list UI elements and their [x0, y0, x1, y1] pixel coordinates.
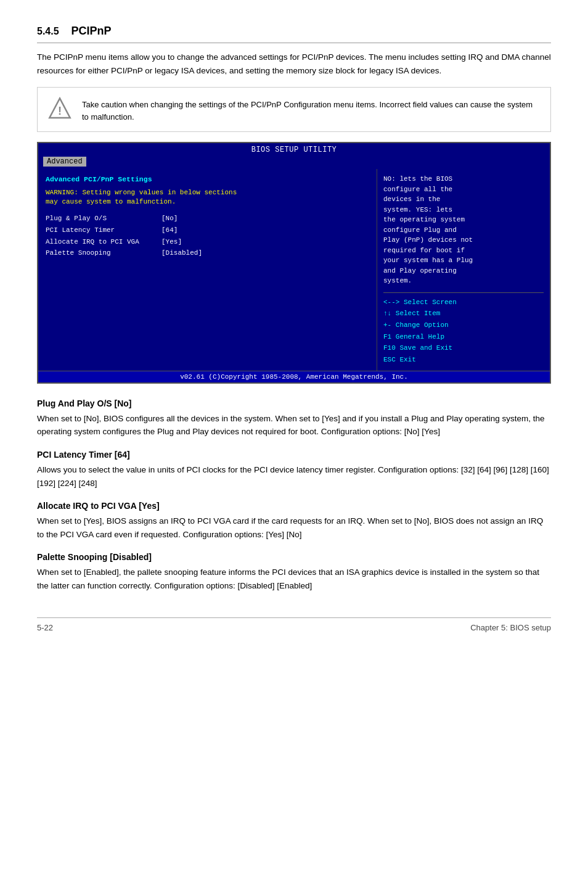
subsection-title-0: Plug And Play O/S [No]: [37, 398, 551, 408]
subsection-title-3: Palette Snooping [Disabled]: [37, 552, 551, 562]
caution-box: ! Take caution when changing the setting…: [37, 87, 551, 132]
bios-setting-value-3: [Disabled]: [161, 247, 202, 259]
bios-setting-value-2: [Yes]: [161, 236, 182, 248]
bios-setting-row-0: Plug & Play O/S [No]: [46, 213, 369, 225]
footer-right: Chapter 5: BIOS setup: [470, 623, 551, 632]
subsection-1: PCI Latency Timer [64] Allows you to sel…: [37, 450, 551, 490]
subsection-text-2: When set to [Yes], BIOS assigns an IRQ t…: [37, 514, 551, 541]
bios-help-text: NO: lets the BIOS configure all the devi…: [383, 174, 544, 286]
bios-setting-label-0: Plug & Play O/S: [46, 213, 157, 225]
svg-text:!: !: [58, 104, 62, 117]
subsection-text-0: When set to [No], BIOS configures all th…: [37, 412, 551, 439]
intro-text: The PCIPnP menu items allow you to chang…: [37, 51, 551, 77]
page-footer: 5-22 Chapter 5: BIOS setup: [37, 617, 551, 632]
bios-title: BIOS SETUP UTILITY: [251, 146, 337, 154]
section-title: PCIPnP: [71, 25, 112, 38]
subsection-2: Allocate IRQ to PCI VGA [Yes] When set t…: [37, 501, 551, 541]
bios-setting-row-2: Allocate IRQ to PCI VGA [Yes]: [46, 236, 369, 248]
bios-key-row-3: F1 General Help: [383, 331, 544, 343]
bios-left-content: Advanced PCI/PnP Settings WARNING: Setti…: [46, 174, 369, 259]
bios-key-row-4: F10 Save and Exit: [383, 342, 544, 354]
bios-setting-value-0: [No]: [161, 213, 178, 225]
bios-setting-label-3: Palette Snooping: [46, 247, 157, 259]
bios-setting-row-3: Palette Snooping [Disabled]: [46, 247, 369, 259]
bios-setting-value-1: [64]: [161, 225, 178, 236]
bios-key-help: <--> Select Screen ↑↓ Select Item +- Cha…: [383, 292, 544, 366]
bios-key-row-2: +- Change Option: [383, 320, 544, 331]
caution-icon: !: [47, 96, 72, 121]
bios-right-panel: NO: lets the BIOS configure all the devi…: [377, 169, 550, 371]
bios-title-bar: BIOS SETUP UTILITY: [38, 143, 550, 155]
section-header: 5.4.5 PCIPnP: [37, 25, 551, 43]
bios-nav-bar: Advanced: [38, 155, 550, 169]
section-number: 5.4.5: [37, 26, 59, 37]
subsection-title-2: Allocate IRQ to PCI VGA [Yes]: [37, 501, 551, 511]
footer-left: 5-22: [37, 623, 53, 632]
caution-text: Take caution when changing the settings …: [82, 96, 541, 123]
bios-section-title: Advanced PCI/PnP Settings: [46, 174, 369, 185]
subsection-text-1: Allows you to select the value in units …: [37, 463, 551, 490]
bios-setting-label-2: Allocate IRQ to PCI VGA: [46, 236, 157, 248]
bios-setting-label-1: PCI Latency Timer: [46, 225, 157, 236]
bios-key-row-0: <--> Select Screen: [383, 297, 544, 308]
subsection-text-3: When set to [Enabled], the pallete snoop…: [37, 566, 551, 592]
bios-warning: WARNING: Setting wrong values in below s…: [46, 188, 369, 207]
bios-key-row-5: ESC Exit: [383, 354, 544, 366]
bios-left-panel: Advanced PCI/PnP Settings WARNING: Setti…: [38, 169, 377, 371]
bios-key-row-1: ↑↓ Select Item: [383, 308, 544, 320]
subsection-0: Plug And Play O/S [No] When set to [No],…: [37, 398, 551, 439]
bios-content-area: Advanced PCI/PnP Settings WARNING: Setti…: [38, 169, 550, 371]
bios-nav-advanced[interactable]: Advanced: [43, 157, 86, 167]
subsection-title-1: PCI Latency Timer [64]: [37, 450, 551, 460]
bios-setting-row-1: PCI Latency Timer [64]: [46, 225, 369, 236]
subsection-3: Palette Snooping [Disabled] When set to …: [37, 552, 551, 592]
bios-screen: BIOS SETUP UTILITY Advanced Advanced PCI…: [37, 142, 551, 384]
bios-settings-block: Plug & Play O/S [No] PCI Latency Timer […: [46, 213, 369, 259]
bios-footer: v02.61 (C)Copyright 1985-2008, American …: [38, 371, 550, 382]
